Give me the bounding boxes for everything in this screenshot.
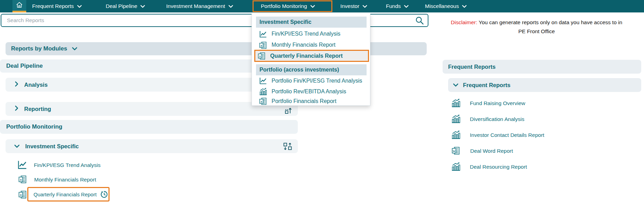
report-label: Deal Word Report [470, 148, 513, 154]
nav-item-label: Funds [386, 3, 401, 9]
chevron-down-icon [228, 5, 233, 8]
disclaimer-line1: You can generate reports only on data yo… [479, 19, 623, 25]
menu-item-label: Portfolio Fin/KPI/ESG Trend Analysis [272, 78, 362, 84]
collapse-all-icon[interactable] [283, 142, 292, 152]
nav-item-miscellaneous[interactable]: Miscellaneous [425, 0, 467, 12]
report-label: Deal Resourcing Report [470, 164, 527, 170]
home-tab[interactable] [12, 0, 26, 12]
trend-chart-icon [259, 30, 267, 38]
menu-item-portfolio-rev-ebitda-analysis[interactable]: Portfolio Rev/EBITDA Analysis [256, 86, 368, 97]
report-link-monthly-financials-report[interactable]: Monthly Financials Report [18, 175, 96, 185]
chevron-down-icon [310, 5, 315, 8]
menu-item-label: Portfolio Financials Report [272, 98, 337, 104]
report-label: Fin/KPI/ESG Trend Analysis [34, 162, 101, 168]
excel-icon [18, 190, 27, 199]
chevron-down-icon [77, 5, 82, 8]
report-label: Fund Raising Overview [470, 100, 525, 106]
excel-icon [257, 52, 266, 60]
section-title: Deal Pipeline [6, 63, 43, 69]
top-nav-bar: Frequent Reports Deal Pipeline Investmen… [0, 0, 644, 12]
search-icon[interactable] [415, 16, 424, 27]
report-link-fin-kpi-esg-trend-analysis[interactable]: Fin/KPI/ESG Trend Analysis [17, 159, 101, 171]
menu-section-label: Portfolio (across investments) [259, 67, 339, 73]
pe-front-office-reports-screen: Frequent Reports Deal Pipeline Investmen… [0, 0, 644, 206]
nav-item-investor[interactable]: Investor [340, 0, 367, 12]
disclaimer-label: Disclaimer: [451, 19, 477, 25]
nav-item-frequent-reports[interactable]: Frequent Reports [32, 0, 82, 12]
chevron-right-icon [15, 81, 18, 88]
menu-item-label: Fin/KPI/ESG Trend Analysis [272, 31, 340, 37]
chevron-down-icon [362, 5, 367, 8]
reports-by-modules-label: Reports by Modules [11, 45, 67, 52]
portfolio-monitoring-dropdown: Investment Specific Fin/KPI/ESG Trend An… [252, 14, 370, 106]
bar-chart-icon [451, 161, 461, 173]
menu-item-label: Quarterly Financials Report [270, 53, 343, 59]
nav-item-portfolio-monitoring[interactable]: Portfolio Monitoring [261, 0, 315, 12]
nav-item-label: Deal Pipeline [106, 3, 137, 9]
nav-item-deal-pipeline[interactable]: Deal Pipeline [106, 0, 145, 12]
menu-item-label: Monthly Financials Report [272, 42, 335, 48]
report-label: Quarterly Financials Report [34, 191, 97, 197]
bar-chart-icon [451, 98, 461, 109]
nav-item-label: Investor [340, 3, 359, 9]
disclaimer-line2: PE Front Office [432, 27, 641, 36]
report-link-fund-raising-overview[interactable]: Fund Raising Overview [451, 98, 525, 109]
chevron-right-icon [15, 105, 18, 112]
report-link-deal-word-report[interactable]: Deal Word Report [451, 146, 513, 157]
frequent-reports-title: Frequent Reports [448, 64, 496, 70]
menu-item-quarterly-financials-report[interactable]: Quarterly Financials Report [254, 50, 369, 62]
frequent-reports-header: Frequent Reports [443, 60, 641, 74]
report-link-diversification-analysis[interactable]: Diversification Analysis [451, 114, 524, 125]
chevron-down-icon [72, 46, 77, 52]
nav-item-label: Investment Management [166, 3, 225, 9]
menu-item-portfolio-financials-report[interactable]: Portfolio Financials Report [256, 96, 368, 106]
menu-section-portfolio-across-investments: Portfolio (across investments) [256, 64, 367, 75]
report-link-investor-contact-details-report[interactable]: Investor Contact Details Report [451, 130, 544, 141]
expand-all-icon[interactable] [284, 106, 292, 116]
chevron-down-icon [404, 5, 409, 8]
nav-item-label: Portfolio Monitoring [261, 3, 307, 9]
menu-section-label: Investment Specific [259, 19, 311, 25]
bar-chart-icon [259, 87, 267, 96]
report-label: Diversification Analysis [470, 116, 524, 122]
section-title: Portfolio Monitoring [6, 123, 62, 130]
nav-item-investment-management[interactable]: Investment Management [166, 0, 233, 12]
excel-icon [259, 97, 267, 105]
excel-icon [18, 175, 27, 185]
report-label: Investor Contact Details Report [470, 132, 544, 138]
group-label: Frequent Reports [463, 82, 511, 88]
disclaimer-text: Disclaimer: You can generate reports onl… [432, 18, 641, 36]
chevron-down-icon [14, 143, 20, 149]
chevron-down-icon [462, 5, 467, 8]
bar-chart-icon [451, 130, 461, 141]
row-label: Reporting [24, 106, 51, 112]
report-link-deal-resourcing-report[interactable]: Deal Resourcing Report [451, 161, 527, 172]
report-label: Monthly Financials Report [34, 177, 96, 183]
row-label: Investment Specific [25, 143, 79, 150]
menu-item-portfolio-fin-kpi-esg-trend-analysis[interactable]: Portfolio Fin/KPI/ESG Trend Analysis [256, 75, 368, 86]
section-portfolio-monitoring: Portfolio Monitoring [0, 120, 298, 134]
excel-icon [259, 41, 267, 49]
chevron-down-icon [140, 5, 145, 8]
report-link-quarterly-financials-report[interactable]: Quarterly Financials Report [27, 187, 110, 202]
row-label: Analysis [24, 82, 48, 88]
row-investment-specific[interactable]: Investment Specific [6, 139, 298, 153]
menu-item-fin-kpi-esg-trend-analysis[interactable]: Fin/KPI/ESG Trend Analysis [256, 28, 368, 39]
nav-item-label: Miscellaneous [425, 3, 459, 9]
home-icon [15, 1, 23, 10]
frequent-reports-group[interactable]: Frequent Reports [448, 78, 641, 92]
nav-item-label: Frequent Reports [32, 3, 74, 9]
word-icon [451, 146, 461, 157]
menu-item-label: Portfolio Rev/EBITDA Analysis [272, 88, 346, 95]
trend-chart-icon [259, 76, 267, 85]
bar-chart-icon [451, 114, 461, 125]
history-icon[interactable] [100, 190, 108, 198]
menu-item-monthly-financials-report[interactable]: Monthly Financials Report [256, 39, 368, 50]
menu-section-investment-specific: Investment Specific [256, 17, 367, 28]
chevron-down-icon [453, 82, 458, 88]
trend-chart-icon [17, 159, 28, 171]
nav-item-funds[interactable]: Funds [386, 0, 409, 12]
